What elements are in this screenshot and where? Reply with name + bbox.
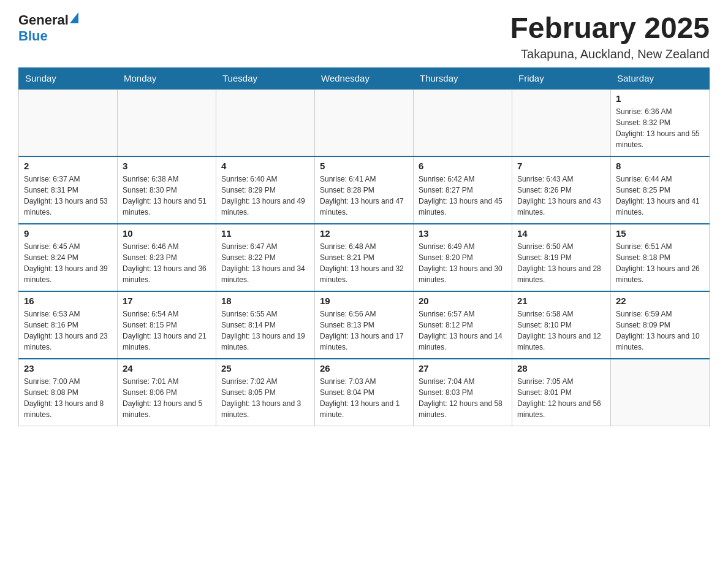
day-info: Sunrise: 6:43 AM Sunset: 8:26 PM Dayligh… [517,174,605,218]
day-cell: 27Sunrise: 7:04 AM Sunset: 8:03 PM Dayli… [414,359,512,426]
day-number: 8 [616,161,704,171]
day-number: 7 [517,161,605,171]
day-cell: 12Sunrise: 6:48 AM Sunset: 8:21 PM Dayli… [315,224,414,291]
day-cell: 19Sunrise: 6:56 AM Sunset: 8:13 PM Dayli… [315,291,414,359]
day-cell: 8Sunrise: 6:44 AM Sunset: 8:25 PM Daylig… [611,156,710,224]
day-header-saturday: Saturday [611,67,710,89]
day-cell [19,89,118,156]
day-number: 28 [517,363,605,373]
day-number: 1 [616,93,704,104]
day-number: 2 [24,161,112,171]
day-number: 26 [320,363,408,373]
day-number: 12 [320,228,408,239]
day-cell [512,89,611,156]
day-info: Sunrise: 6:41 AM Sunset: 8:28 PM Dayligh… [320,174,408,218]
day-cell: 11Sunrise: 6:47 AM Sunset: 8:22 PM Dayli… [216,224,315,291]
day-info: Sunrise: 6:37 AM Sunset: 8:31 PM Dayligh… [24,174,112,218]
day-cell: 24Sunrise: 7:01 AM Sunset: 8:06 PM Dayli… [118,359,216,426]
day-cell: 2Sunrise: 6:37 AM Sunset: 8:31 PM Daylig… [19,156,118,224]
logo-triangle-icon [70,12,78,23]
month-title: February 2025 [510,12,710,45]
day-info: Sunrise: 7:05 AM Sunset: 8:01 PM Dayligh… [517,376,605,420]
day-number: 14 [517,228,605,239]
day-cell: 4Sunrise: 6:40 AM Sunset: 8:29 PM Daylig… [216,156,315,224]
day-number: 23 [24,363,112,373]
day-info: Sunrise: 6:49 AM Sunset: 8:20 PM Dayligh… [419,241,507,285]
day-number: 10 [123,228,211,239]
logo-general: General [18,12,69,28]
day-cell: 18Sunrise: 6:55 AM Sunset: 8:14 PM Dayli… [216,291,315,359]
calendar-header: SundayMondayTuesdayWednesdayThursdayFrid… [19,67,710,89]
day-info: Sunrise: 6:36 AM Sunset: 8:32 PM Dayligh… [616,106,704,150]
day-header-friday: Friday [512,67,611,89]
day-info: Sunrise: 6:40 AM Sunset: 8:29 PM Dayligh… [221,174,309,218]
day-cell: 14Sunrise: 6:50 AM Sunset: 8:19 PM Dayli… [512,224,611,291]
day-cell: 10Sunrise: 6:46 AM Sunset: 8:23 PM Dayli… [118,224,216,291]
day-cell [118,89,216,156]
day-info: Sunrise: 6:54 AM Sunset: 8:15 PM Dayligh… [123,308,211,353]
page-header: General Blue February 2025 Takapuna, Auc… [18,12,710,61]
day-info: Sunrise: 6:38 AM Sunset: 8:30 PM Dayligh… [123,174,211,218]
day-cell: 1Sunrise: 6:36 AM Sunset: 8:32 PM Daylig… [611,89,710,156]
day-number: 6 [419,161,507,171]
day-number: 13 [419,228,507,239]
day-number: 9 [24,228,112,239]
day-info: Sunrise: 6:50 AM Sunset: 8:19 PM Dayligh… [517,241,605,285]
logo: General Blue [18,12,78,44]
day-info: Sunrise: 6:46 AM Sunset: 8:23 PM Dayligh… [123,241,211,285]
day-cell: 6Sunrise: 6:42 AM Sunset: 8:27 PM Daylig… [414,156,512,224]
day-cell: 26Sunrise: 7:03 AM Sunset: 8:04 PM Dayli… [315,359,414,426]
day-info: Sunrise: 7:01 AM Sunset: 8:06 PM Dayligh… [123,376,211,420]
day-info: Sunrise: 6:53 AM Sunset: 8:16 PM Dayligh… [24,308,112,353]
logo-text: General Blue [18,12,78,44]
calendar-table: SundayMondayTuesdayWednesdayThursdayFrid… [18,67,710,427]
day-info: Sunrise: 7:03 AM Sunset: 8:04 PM Dayligh… [320,376,408,420]
day-cell: 20Sunrise: 6:57 AM Sunset: 8:12 PM Dayli… [414,291,512,359]
day-cell: 3Sunrise: 6:38 AM Sunset: 8:30 PM Daylig… [118,156,216,224]
day-info: Sunrise: 6:48 AM Sunset: 8:21 PM Dayligh… [320,241,408,285]
day-cell: 28Sunrise: 7:05 AM Sunset: 8:01 PM Dayli… [512,359,611,426]
day-number: 18 [221,296,309,306]
day-cell: 5Sunrise: 6:41 AM Sunset: 8:28 PM Daylig… [315,156,414,224]
day-number: 25 [221,363,309,373]
day-cell: 7Sunrise: 6:43 AM Sunset: 8:26 PM Daylig… [512,156,611,224]
week-row-5: 23Sunrise: 7:00 AM Sunset: 8:08 PM Dayli… [19,359,710,426]
logo-blue: Blue [18,28,48,44]
day-cell: 17Sunrise: 6:54 AM Sunset: 8:15 PM Dayli… [118,291,216,359]
calendar-body: 1Sunrise: 6:36 AM Sunset: 8:32 PM Daylig… [19,89,710,426]
day-number: 19 [320,296,408,306]
location: Takapuna, Auckland, New Zealand [510,47,710,61]
day-header-tuesday: Tuesday [216,67,315,89]
day-number: 5 [320,161,408,171]
day-header-thursday: Thursday [414,67,512,89]
day-number: 20 [419,296,507,306]
day-cell [611,359,710,426]
day-cell: 13Sunrise: 6:49 AM Sunset: 8:20 PM Dayli… [414,224,512,291]
day-number: 22 [616,296,704,306]
day-cell: 25Sunrise: 7:02 AM Sunset: 8:05 PM Dayli… [216,359,315,426]
week-row-1: 1Sunrise: 6:36 AM Sunset: 8:32 PM Daylig… [19,89,710,156]
day-info: Sunrise: 6:56 AM Sunset: 8:13 PM Dayligh… [320,308,408,353]
day-info: Sunrise: 6:59 AM Sunset: 8:09 PM Dayligh… [616,308,704,353]
day-cell: 22Sunrise: 6:59 AM Sunset: 8:09 PM Dayli… [611,291,710,359]
day-info: Sunrise: 6:42 AM Sunset: 8:27 PM Dayligh… [419,174,507,218]
week-row-2: 2Sunrise: 6:37 AM Sunset: 8:31 PM Daylig… [19,156,710,224]
title-block: February 2025 Takapuna, Auckland, New Ze… [510,12,710,61]
day-info: Sunrise: 6:47 AM Sunset: 8:22 PM Dayligh… [221,241,309,285]
day-cell [414,89,512,156]
day-number: 27 [419,363,507,373]
week-row-4: 16Sunrise: 6:53 AM Sunset: 8:16 PM Dayli… [19,291,710,359]
day-info: Sunrise: 6:55 AM Sunset: 8:14 PM Dayligh… [221,308,309,353]
day-info: Sunrise: 7:04 AM Sunset: 8:03 PM Dayligh… [419,376,507,420]
day-number: 3 [123,161,211,171]
header-row: SundayMondayTuesdayWednesdayThursdayFrid… [19,67,710,89]
day-number: 24 [123,363,211,373]
day-info: Sunrise: 6:51 AM Sunset: 8:18 PM Dayligh… [616,241,704,285]
day-number: 16 [24,296,112,306]
day-cell [315,89,414,156]
day-info: Sunrise: 7:02 AM Sunset: 8:05 PM Dayligh… [221,376,309,420]
day-cell: 21Sunrise: 6:58 AM Sunset: 8:10 PM Dayli… [512,291,611,359]
day-cell: 15Sunrise: 6:51 AM Sunset: 8:18 PM Dayli… [611,224,710,291]
day-info: Sunrise: 6:58 AM Sunset: 8:10 PM Dayligh… [517,308,605,353]
day-cell [216,89,315,156]
